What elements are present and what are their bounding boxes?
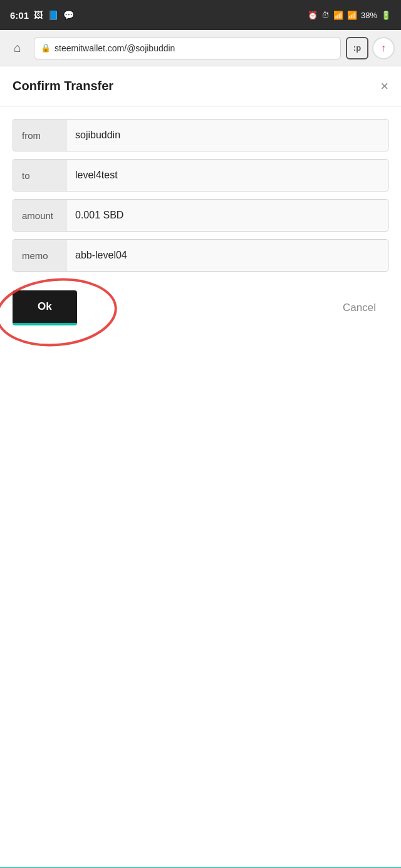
confirm-transfer-dialog: Confirm Transfer × from sojibuddin to le…	[0, 66, 401, 350]
home-icon: ⌂	[14, 41, 21, 55]
from-value: sojibuddin	[66, 120, 388, 151]
to-label: to	[13, 160, 66, 191]
close-button[interactable]: ×	[380, 79, 388, 93]
browser-buttons: :p ↑	[346, 37, 395, 59]
battery-icon: 🔋	[381, 11, 391, 20]
amount-field: amount 0.001 SBD	[13, 199, 388, 232]
memo-value: abb-level04	[66, 240, 388, 271]
dialog-header: Confirm Transfer ×	[13, 79, 388, 93]
status-left: 6:01 🖼 📘 💬	[10, 10, 74, 21]
lock-icon: 🔒	[41, 43, 51, 53]
cancel-button[interactable]: Cancel	[330, 292, 388, 324]
memo-label: memo	[13, 240, 66, 271]
clock-icon: ⏱	[321, 11, 330, 20]
status-time: 6:01	[10, 10, 29, 21]
ok-button[interactable]: Ok	[13, 290, 77, 325]
upload-icon: ↑	[381, 43, 386, 54]
browser-bar: ⌂ 🔒 steemitwallet.com/@sojibuddin :p ↑	[0, 30, 401, 66]
tab-icon: :p	[353, 43, 361, 53]
battery-text: 38%	[361, 11, 377, 20]
url-text: steemitwallet.com/@sojibuddin	[55, 43, 175, 53]
header-divider	[0, 106, 401, 106]
memo-field: memo abb-level04	[13, 239, 388, 272]
facebook-icon: 📘	[48, 10, 58, 20]
signal-icon: 📶	[347, 11, 357, 20]
amount-value: 0.001 SBD	[66, 200, 388, 231]
tab-button[interactable]: :p	[346, 37, 368, 59]
messenger-icon: 💬	[63, 10, 74, 20]
upload-button[interactable]: ↑	[372, 37, 395, 59]
dialog-title: Confirm Transfer	[13, 79, 113, 93]
amount-label: amount	[13, 200, 66, 231]
to-value: level4test	[66, 160, 388, 191]
from-field: from sojibuddin	[13, 119, 388, 151]
status-bar: 6:01 🖼 📘 💬 ⏰ ⏱ 📶 📶 38% 🔋	[0, 0, 401, 30]
button-area: Ok Cancel	[13, 284, 388, 332]
to-field: to level4test	[13, 159, 388, 191]
ok-btn-container: Ok	[13, 290, 77, 325]
home-button[interactable]: ⌂	[6, 37, 29, 59]
address-bar[interactable]: 🔒 steemitwallet.com/@sojibuddin	[34, 37, 341, 59]
wifi-icon: 📶	[333, 11, 343, 20]
status-right: ⏰ ⏱ 📶 📶 38% 🔋	[308, 11, 391, 20]
image-icon: 🖼	[34, 10, 43, 20]
from-label: from	[13, 120, 66, 151]
main-content: Confirm Transfer × from sojibuddin to le…	[0, 66, 401, 867]
alarm-icon: ⏰	[308, 11, 318, 20]
